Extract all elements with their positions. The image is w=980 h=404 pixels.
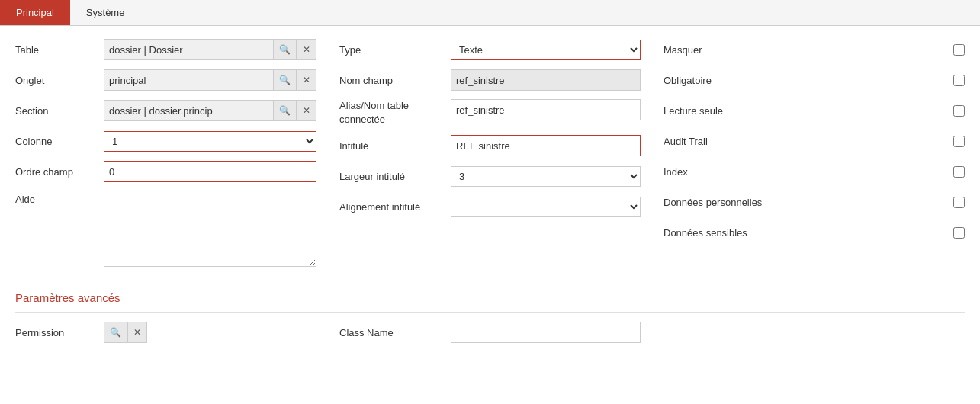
form-body: Table 🔍 ✕ Onglet <box>0 26 980 279</box>
tab-systeme[interactable]: Système <box>70 0 141 25</box>
audit-trail-label: Audit Trail <box>664 136 947 147</box>
search-icon: 🔍 <box>110 327 121 338</box>
audit-trail-row: Audit Trail <box>664 130 965 152</box>
alignement-select[interactable]: Gauche Centre Droite <box>451 197 641 217</box>
donnees-perso-row: Données personnelles <box>664 191 965 213</box>
ordre-input[interactable] <box>104 161 316 182</box>
search-icon: 🔍 <box>279 105 291 116</box>
largeur-select-wrapper: 1 2 3 4 5 6 <box>451 166 641 187</box>
type-select[interactable]: Texte Nombre Date Booléen Liste <box>451 40 641 60</box>
form-grid: Table 🔍 ✕ Onglet <box>15 38 965 267</box>
params-divider <box>15 312 965 313</box>
alignement-label: Alignement intitulé <box>339 201 446 213</box>
aide-textarea[interactable] <box>104 191 316 267</box>
donnees-perso-label: Données personnelles <box>664 197 947 208</box>
section-field-control: 🔍 ✕ <box>104 100 316 121</box>
lecture-seule-checkbox[interactable] <box>953 105 965 117</box>
onglet-field-row: Onglet 🔍 ✕ <box>15 69 316 91</box>
form-column-1: Table 🔍 ✕ Onglet <box>15 38 316 267</box>
classname-label: Class Name <box>339 327 446 338</box>
index-row: Index <box>664 160 965 183</box>
table-search-button[interactable]: 🔍 <box>273 39 297 60</box>
section-label: Section <box>15 105 99 117</box>
permission-buttons: 🔍 ✕ <box>104 322 147 343</box>
section-field-row: Section 🔍 ✕ <box>15 99 316 122</box>
nom-champ-label: Nom champ <box>339 75 446 86</box>
donnees-sensibles-row: Données sensibles <box>664 221 965 244</box>
alias-input[interactable] <box>451 99 641 120</box>
permission-search-button[interactable]: 🔍 <box>104 322 127 343</box>
onglet-clear-button[interactable]: ✕ <box>297 69 316 91</box>
lecture-seule-label: Lecture seule <box>664 105 947 117</box>
aide-field-row: Aide <box>15 191 316 267</box>
donnees-perso-checkbox[interactable] <box>953 197 965 208</box>
nom-champ-input[interactable] <box>451 69 641 91</box>
onglet-search-button[interactable]: 🔍 <box>273 69 297 91</box>
search-icon: 🔍 <box>279 75 291 85</box>
ordre-field-row: Ordre champ <box>15 160 316 183</box>
onglet-input[interactable] <box>104 69 273 91</box>
type-select-wrapper: Texte Nombre Date Booléen Liste <box>451 40 641 60</box>
params-column-3-empty <box>664 322 965 343</box>
nom-champ-field-row: Nom champ <box>339 69 641 91</box>
alignement-select-wrapper: Gauche Centre Droite <box>451 197 641 217</box>
alias-field-row: Alias/Nom table connectée <box>339 99 641 127</box>
aide-label: Aide <box>15 194 99 205</box>
clear-icon: ✕ <box>303 105 310 116</box>
clear-icon: ✕ <box>303 75 310 85</box>
tabs-bar: Principal Système <box>0 0 980 26</box>
type-field-row: Type Texte Nombre Date Booléen Liste <box>339 38 641 61</box>
clear-icon: ✕ <box>133 327 141 338</box>
table-field-row: Table 🔍 ✕ <box>15 38 316 61</box>
masquer-checkbox[interactable] <box>953 44 965 56</box>
colonne-select[interactable]: 1 2 3 4 <box>104 131 316 152</box>
table-input[interactable] <box>104 39 273 60</box>
classname-input[interactable] <box>451 322 641 343</box>
masquer-row: Masquer <box>664 38 965 61</box>
section-input-group: 🔍 ✕ <box>104 100 316 121</box>
table-label: Table <box>15 44 99 56</box>
params-grid: Permission 🔍 ✕ Class Name <box>15 322 965 343</box>
alignement-field-row: Alignement intitulé Gauche Centre Droite <box>339 195 641 218</box>
largeur-select[interactable]: 1 2 3 4 5 6 <box>451 166 641 187</box>
table-clear-button[interactable]: ✕ <box>297 39 316 60</box>
largeur-field-row: Largeur intitulé 1 2 3 4 5 6 <box>339 165 641 188</box>
form-column-3: Masquer Obligatoire Lecture seule Audit … <box>664 38 965 267</box>
params-section: Paramètres avancés Permission 🔍 ✕ Class … <box>0 291 980 343</box>
obligatoire-row: Obligatoire <box>664 69 965 91</box>
alias-label: Alias/Nom table connectée <box>339 99 446 127</box>
ordre-label: Ordre champ <box>15 166 99 178</box>
type-label: Type <box>339 44 446 56</box>
onglet-field-control: 🔍 ✕ <box>104 69 316 91</box>
section-search-button[interactable]: 🔍 <box>273 100 297 121</box>
obligatoire-label: Obligatoire <box>664 75 947 86</box>
clear-icon: ✕ <box>303 44 310 55</box>
obligatoire-checkbox[interactable] <box>953 75 965 86</box>
intitule-field-row: Intitulé <box>339 134 641 157</box>
permission-row: Permission 🔍 ✕ <box>15 322 316 343</box>
colonne-field-row: Colonne 1 2 3 4 <box>15 130 316 152</box>
table-field-control: 🔍 ✕ <box>104 39 316 60</box>
donnees-sensibles-label: Données sensibles <box>664 227 947 239</box>
onglet-label: Onglet <box>15 75 99 86</box>
form-column-2: Type Texte Nombre Date Booléen Liste Nom… <box>339 38 641 267</box>
audit-trail-checkbox[interactable] <box>953 136 965 147</box>
onglet-input-group: 🔍 ✕ <box>104 69 316 91</box>
table-input-group: 🔍 ✕ <box>104 39 316 60</box>
intitule-label: Intitulé <box>339 140 446 152</box>
search-icon: 🔍 <box>279 44 291 55</box>
colonne-label: Colonne <box>15 136 99 147</box>
index-checkbox[interactable] <box>953 166 965 178</box>
section-input[interactable] <box>104 100 273 121</box>
classname-row: Class Name <box>339 322 641 343</box>
colonne-select-wrapper: 1 2 3 4 <box>104 131 316 152</box>
tab-principal[interactable]: Principal <box>0 0 70 25</box>
donnees-sensibles-checkbox[interactable] <box>953 227 965 239</box>
index-label: Index <box>664 166 947 178</box>
section-clear-button[interactable]: ✕ <box>297 100 316 121</box>
masquer-label: Masquer <box>664 44 947 56</box>
intitule-input[interactable] <box>451 135 641 156</box>
params-title: Paramètres avancés <box>15 291 965 304</box>
permission-clear-button[interactable]: ✕ <box>127 322 147 343</box>
lecture-seule-row: Lecture seule <box>664 99 965 122</box>
